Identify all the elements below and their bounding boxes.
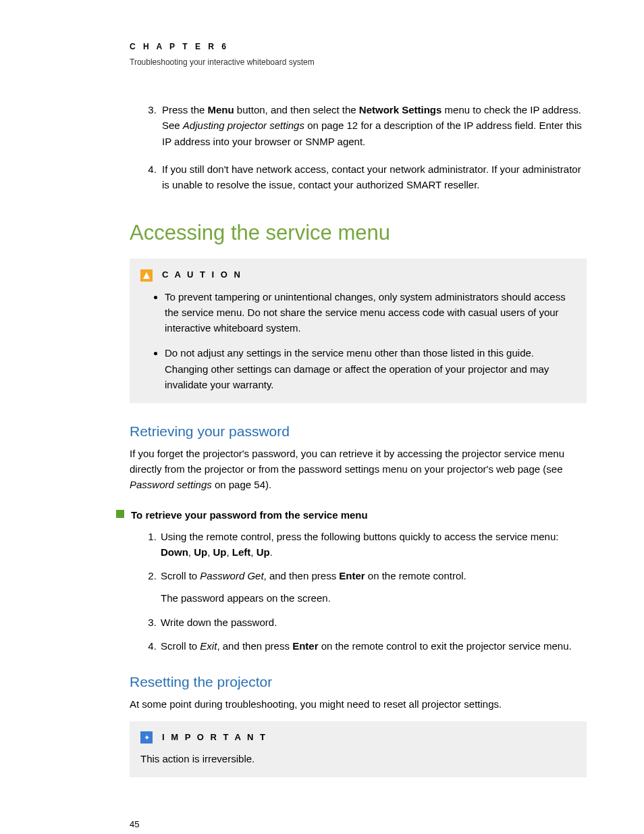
caution-icon: [140, 269, 153, 282]
task-title: To retrieve your password from the servi…: [131, 507, 368, 523]
caution-label: C A U T I O N: [162, 268, 242, 282]
caution-item-1: To prevent tampering or unintentional ch…: [165, 289, 572, 336]
reset-para: At some point during troubleshooting, yo…: [130, 696, 587, 712]
step-4: If you still don't have network access, …: [159, 161, 587, 193]
chapter-label: C H A P T E R 6: [130, 41, 587, 53]
important-label: I M P O R T A N T: [162, 731, 267, 744]
important-body: This action is irreversible.: [140, 751, 572, 766]
retrieve-step-4: Scroll to Exit, and then press Enter on …: [159, 638, 587, 654]
continued-steps: Press the Menu button, and then select t…: [130, 102, 587, 192]
retrieve-step-2-result: The password appears on the screen.: [161, 590, 587, 606]
caution-callout: C A U T I O N To prevent tampering or un…: [130, 259, 587, 403]
task-bullet-icon: [116, 510, 124, 518]
retrieve-para: If you forget the projector's password, …: [130, 446, 587, 493]
retrieve-steps: Using the remote control, press the foll…: [130, 529, 587, 654]
caution-list: To prevent tampering or unintentional ch…: [140, 289, 572, 393]
reset-heading: Resetting the projector: [130, 671, 587, 694]
svg-marker-0: [143, 272, 150, 279]
task-row: To retrieve your password from the servi…: [116, 507, 587, 523]
retrieve-step-1: Using the remote control, press the foll…: [159, 529, 587, 561]
retrieve-step-3: Write down the password.: [159, 615, 587, 630]
step-3: Press the Menu button, and then select t…: [159, 102, 587, 149]
important-icon: ✦: [140, 731, 153, 744]
important-callout: ✦ I M P O R T A N T This action is irrev…: [130, 721, 587, 777]
section-heading: Accessing the service menu: [130, 217, 587, 249]
chapter-subtitle: Troubleshooting your interactive whitebo…: [130, 56, 587, 69]
retrieve-step-2: Scroll to Password Get, and then press E…: [159, 568, 587, 606]
page-number: 45: [130, 818, 587, 831]
retrieve-heading: Retrieving your password: [130, 421, 587, 443]
caution-item-2: Do not adjust any settings in the servic…: [165, 345, 572, 392]
